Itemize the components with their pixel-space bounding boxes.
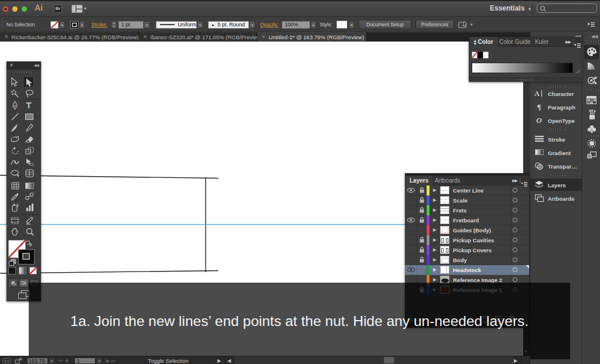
- svg-text:A: A: [534, 90, 540, 97]
